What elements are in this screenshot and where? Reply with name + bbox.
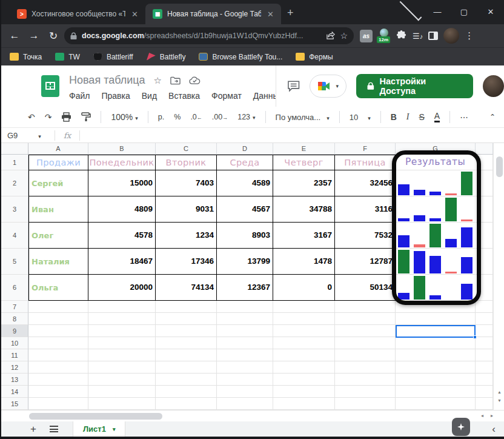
cell-F14[interactable] <box>335 386 396 398</box>
cell-F4[interactable]: 7532 <box>335 223 396 249</box>
cell-D14[interactable] <box>217 386 273 398</box>
browser-tab[interactable]: >Хостинговое сообщество «Time✕ <box>10 4 145 24</box>
bookmark-item[interactable]: Точка <box>10 53 42 61</box>
cell-E1[interactable]: Четверг <box>273 155 335 170</box>
cell-C6[interactable]: 74134 <box>156 275 217 301</box>
browser-tab[interactable]: ▦Новая таблица - Google Таблиц✕ <box>145 4 281 24</box>
cell-B9[interactable] <box>88 325 156 337</box>
cell-H1[interactable] <box>476 155 493 170</box>
cell-B8[interactable] <box>88 313 156 325</box>
cell-H3[interactable] <box>476 196 493 223</box>
redo-icon[interactable]: ↷ <box>45 112 52 122</box>
menu-Файл[interactable]: Файл <box>69 91 90 101</box>
cell-G2[interactable] <box>396 170 476 196</box>
cell-H9[interactable] <box>476 325 493 337</box>
cell-B15[interactable] <box>88 398 156 410</box>
menu-Формат[interactable]: Формат <box>211 91 242 101</box>
cell-A2[interactable]: Сергей <box>28 170 88 196</box>
cell-F5[interactable]: 12787 <box>335 249 396 275</box>
cell-H5[interactable] <box>476 249 493 275</box>
bookmark-item[interactable]: Фермы <box>296 53 333 61</box>
document-title[interactable]: Новая таблица <box>69 74 145 87</box>
fill-handle[interactable] <box>473 335 477 339</box>
print-icon[interactable] <box>61 112 71 122</box>
bookmark-star-icon[interactable]: ☆ <box>340 31 348 41</box>
row-header-4[interactable]: 4 <box>1 223 28 249</box>
cell-D7[interactable] <box>217 301 273 313</box>
lastfm-extension-icon[interactable]: as <box>360 30 373 42</box>
cell-C5[interactable]: 17346 <box>156 249 217 275</box>
cell-G12[interactable] <box>396 361 476 374</box>
row-header-5[interactable]: 5 <box>1 249 28 275</box>
sheets-logo-icon[interactable] <box>41 75 59 97</box>
vertical-scrollbar-thumb[interactable] <box>496 156 503 177</box>
cell-E3[interactable]: 34788 <box>273 196 335 223</box>
bookmark-item[interactable]: Battleriff <box>93 53 133 61</box>
cell-A9[interactable] <box>28 325 88 337</box>
cell-F10[interactable] <box>335 337 396 349</box>
cell-H7[interactable] <box>476 301 493 313</box>
cell-B5[interactable]: 18467 <box>88 249 156 275</box>
column-header-E[interactable]: E <box>273 143 335 155</box>
cell-C15[interactable] <box>156 398 217 410</box>
cell-H6[interactable] <box>476 275 493 301</box>
cell-D4[interactable]: 8903 <box>217 223 273 249</box>
cell-A15[interactable] <box>28 398 88 410</box>
cell-D12[interactable] <box>217 361 273 374</box>
add-sheet-button[interactable]: + <box>30 423 36 435</box>
row-header-6[interactable]: 6 <box>1 275 28 301</box>
format-percent-button[interactable]: % <box>174 113 181 121</box>
cell-A11[interactable] <box>28 349 88 361</box>
scroll-right-icon[interactable]: ▸ <box>491 413 493 418</box>
cell-F3[interactable]: 3116 <box>335 196 396 223</box>
share-icon[interactable] <box>326 32 335 40</box>
minimize-button[interactable]: — <box>424 0 451 24</box>
row-header-9[interactable]: 9 <box>1 325 28 337</box>
column-header-D[interactable]: D <box>217 143 273 155</box>
reload-button[interactable]: ↻ <box>45 30 62 42</box>
sheet-tab-active[interactable]: Лист1 ▾ <box>73 421 125 437</box>
cell-D6[interactable]: 12367 <box>217 275 273 301</box>
bookmark-item[interactable]: TW <box>55 53 80 61</box>
cell-E2[interactable]: 2357 <box>273 170 335 196</box>
cell-E15[interactable] <box>273 398 335 410</box>
cell-E4[interactable]: 3167 <box>273 223 335 249</box>
column-header-A[interactable]: A <box>28 143 88 155</box>
cell-F1[interactable]: Пятница <box>335 155 396 170</box>
text-color-button[interactable]: A <box>434 112 440 122</box>
cell-D3[interactable]: 4567 <box>217 196 273 223</box>
side-panel-icon[interactable] <box>428 32 438 40</box>
close-button[interactable]: ✕ <box>477 0 504 24</box>
cell-B11[interactable] <box>88 349 156 361</box>
cell-E5[interactable]: 1478 <box>273 249 335 275</box>
undo-icon[interactable]: ↶ <box>28 112 35 122</box>
menu-Правка[interactable]: Правка <box>101 91 130 101</box>
font-size-select[interactable]: 10▾ <box>350 113 371 122</box>
zoom-select[interactable]: 100%▾ <box>111 112 138 122</box>
cloud-saved-icon[interactable] <box>189 76 201 84</box>
tab-close-icon[interactable]: ✕ <box>266 10 275 19</box>
cell-B10[interactable] <box>88 337 156 349</box>
cell-C8[interactable] <box>156 313 217 325</box>
cell-A13[interactable] <box>28 374 88 386</box>
row-header-2[interactable]: 2 <box>1 170 28 196</box>
cell-D10[interactable] <box>217 337 273 349</box>
extensions-puzzle-icon[interactable] <box>396 30 407 42</box>
cell-G6[interactable] <box>396 275 476 301</box>
cell-D2[interactable]: 4589 <box>217 170 273 196</box>
playlist-extension-icon[interactable]: ☰♪ <box>413 32 423 41</box>
bold-button[interactable]: B <box>391 112 397 122</box>
cell-H4[interactable] <box>476 223 493 249</box>
grid-corner[interactable] <box>1 143 28 155</box>
cell-C3[interactable]: 9031 <box>156 196 217 223</box>
cell-H15[interactable] <box>476 398 493 410</box>
cell-G3[interactable] <box>396 196 476 223</box>
cell-F12[interactable] <box>335 361 396 374</box>
collapse-toolbar-icon[interactable]: ⌃ <box>489 113 496 121</box>
cell-A6[interactable]: Ольга <box>28 275 88 301</box>
cell-C7[interactable] <box>156 301 217 313</box>
column-header-B[interactable]: B <box>88 143 156 155</box>
cell-D11[interactable] <box>217 349 273 361</box>
row-header-11[interactable]: 11 <box>1 349 28 361</box>
browser-menu-icon[interactable]: ⋮ <box>465 30 474 41</box>
